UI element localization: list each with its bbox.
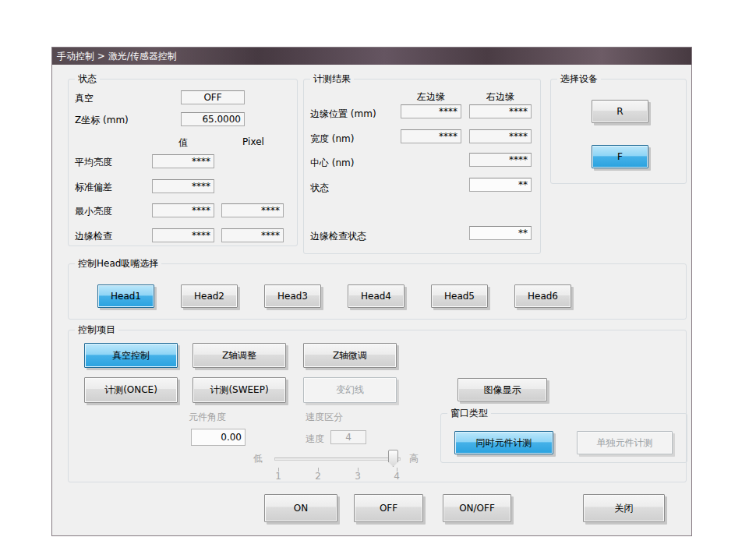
center-label: 中心 (nm): [310, 157, 354, 170]
measure-sweep-button[interactable]: 计测(SWEEP): [193, 377, 286, 403]
width-right-field: ****: [469, 129, 532, 143]
component-angle-field[interactable]: 0.00: [191, 429, 246, 446]
avg-brightness-value-field: ****: [152, 154, 214, 168]
vacuum-control-button[interactable]: 真空控制: [84, 343, 178, 368]
window-title: 手动控制 > 激光/传感器控制: [57, 51, 177, 62]
results-group-title: 计测结果: [310, 72, 354, 86]
center-value-field: ****: [469, 153, 532, 167]
edge-position-label: 边缘位置 (mm): [310, 108, 376, 121]
measurement-results-group: 计测结果 左边缘 右边缘 边缘位置 (mm) **** **** 宽度 (nm)…: [303, 79, 541, 254]
head4-button[interactable]: Head4: [348, 284, 404, 308]
control-items-group: 控制项目 真空控制 Z轴调整 Z轴微调 计测(ONCE) 计测(SWEEP) 变…: [68, 330, 687, 482]
head2-button[interactable]: Head2: [181, 284, 238, 308]
z-axis-adjust-button[interactable]: Z轴调整: [193, 343, 286, 368]
speed-slider-track[interactable]: [274, 458, 401, 461]
off-button[interactable]: OFF: [354, 494, 423, 522]
device-r-button[interactable]: R: [592, 100, 648, 123]
slider-tick-label-2: 2: [313, 471, 323, 482]
left-edge-column-header: 左边缘: [401, 90, 461, 104]
edge-position-right-field: ****: [469, 104, 532, 118]
result-status-label: 状态: [310, 182, 329, 195]
min-brightness-pixel-field: ****: [221, 203, 284, 217]
pixel-column-header: Pixel: [222, 136, 284, 147]
head-nozzle-select-group: 控制Head吸嘴选择 Head1 Head2 Head3 Head4 Head5…: [68, 263, 687, 320]
edge-check-label: 边缘检查: [75, 230, 112, 243]
slider-high-label: 高: [409, 452, 419, 465]
std-deviation-label: 标准偏差: [75, 181, 112, 194]
head5-button[interactable]: Head5: [431, 284, 488, 308]
avg-brightness-label: 平均亮度: [75, 156, 112, 169]
head1-button[interactable]: Head1: [97, 284, 154, 308]
value-column-header: 值: [152, 136, 214, 150]
speed-label: 速度: [306, 433, 324, 446]
status-group-title: 状态: [75, 72, 100, 86]
right-edge-column-header: 右边缘: [469, 90, 532, 104]
edge-check-status-field: **: [469, 226, 532, 240]
simultaneous-measure-button[interactable]: 同时元件计测: [454, 431, 553, 454]
speed-section-label: 速度区分: [306, 411, 343, 424]
on-button[interactable]: ON: [264, 494, 337, 522]
individual-measure-button: 单独元件计测: [577, 431, 673, 454]
device-group-title: 选择设备: [557, 72, 601, 86]
slider-tick-label-4: 4: [392, 471, 401, 482]
slider-tick-label-3: 3: [353, 471, 362, 482]
vacuum-value-field: OFF: [181, 90, 245, 104]
close-button[interactable]: 关闭: [583, 494, 665, 522]
z-coordinate-label: Z坐标 (mm): [75, 114, 129, 127]
min-brightness-value-field: ****: [152, 203, 214, 217]
device-f-button[interactable]: F: [592, 145, 648, 168]
head6-button[interactable]: Head6: [514, 284, 571, 308]
component-angle-label: 元件角度: [189, 411, 226, 424]
z-coordinate-field: 65.0000: [181, 112, 245, 126]
edge-check-status-label: 边缘检查状态: [310, 230, 366, 243]
width-label: 宽度 (nm): [310, 132, 354, 146]
dialog-body: 状态 真空 OFF Z坐标 (mm) 65.0000 值 Pixel 平均亮度 …: [52, 65, 691, 535]
head3-button[interactable]: Head3: [264, 284, 321, 308]
slider-low-label: 低: [253, 452, 263, 465]
edge-position-left-field: ****: [401, 104, 461, 118]
image-display-button[interactable]: 图像显示: [457, 378, 547, 401]
measure-once-button[interactable]: 计测(ONCE): [84, 377, 178, 403]
min-brightness-label: 最小亮度: [75, 205, 112, 218]
slider-tick-label-1: 1: [274, 471, 283, 482]
result-status-field: **: [469, 178, 532, 192]
window-type-group: 窗口类型 同时元件计测 单独元件计测: [440, 413, 687, 463]
std-deviation-value-field: ****: [152, 179, 214, 193]
controls-group-title: 控制项目: [75, 323, 118, 337]
status-group: 状态 真空 OFF Z坐标 (mm) 65.0000 值 Pixel 平均亮度 …: [68, 79, 298, 246]
edge-check-value-field: ****: [152, 228, 214, 242]
on-off-button[interactable]: ON/OFF: [443, 494, 511, 522]
window-titlebar[interactable]: 手动控制 > 激光/传感器控制: [52, 48, 691, 65]
screen: 手动控制 > 激光/传感器控制 状态 真空 OFF Z坐标 (mm) 65.00…: [0, 0, 756, 537]
width-left-field: ****: [401, 129, 461, 143]
magic-line-button: 变幻线: [303, 377, 397, 403]
head-group-title: 控制Head吸嘴选择: [75, 257, 161, 270]
window-type-group-title: 窗口类型: [447, 407, 491, 420]
edge-check-pixel-field: ****: [221, 228, 284, 242]
laser-sensor-control-dialog: 手动控制 > 激光/传感器控制 状态 真空 OFF Z坐标 (mm) 65.00…: [51, 47, 692, 536]
speed-value-field: 4: [330, 430, 366, 444]
z-axis-fine-adjust-button[interactable]: Z轴微调: [303, 343, 397, 368]
speed-slider-thumb[interactable]: [388, 450, 398, 467]
device-select-group: 选择设备 R F: [550, 79, 687, 184]
vacuum-label: 真空: [75, 92, 94, 105]
